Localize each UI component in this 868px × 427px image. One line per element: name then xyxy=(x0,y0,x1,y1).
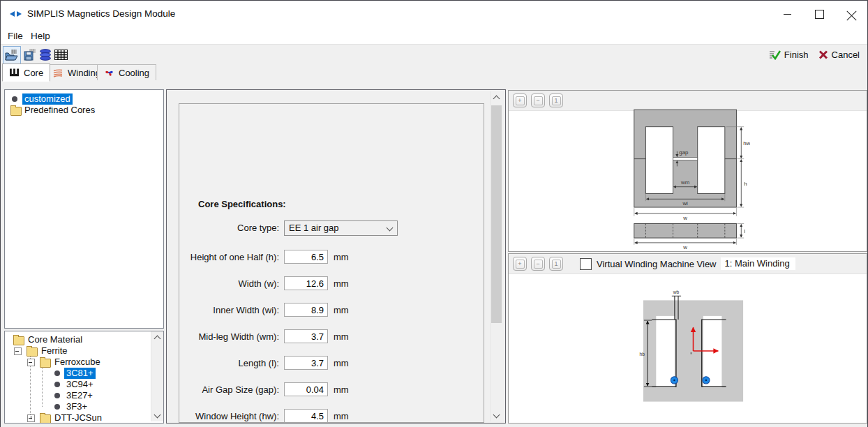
cancel-button[interactable]: Cancel xyxy=(815,46,863,63)
save-icon xyxy=(24,49,37,61)
app-icon xyxy=(10,10,24,18)
dim-label-wb: wb xyxy=(673,290,680,294)
cooling-fan-icon xyxy=(104,68,114,77)
zoom-in-button[interactable]: + xyxy=(513,93,527,107)
scroll-down-arrow[interactable] xyxy=(151,410,163,421)
minimize-icon xyxy=(784,14,791,15)
tree-item-dtt-jcsun[interactable]: DTT-JCSun xyxy=(54,412,102,424)
tree-item-material-0[interactable]: 3C81+ xyxy=(64,368,96,379)
zoom-in-button[interactable]: + xyxy=(513,257,527,271)
finish-button[interactable]: Finish xyxy=(765,46,812,63)
open-folder-icon xyxy=(5,50,19,61)
collapse-icon[interactable] xyxy=(14,347,22,355)
scrollbar-thumb[interactable] xyxy=(491,105,502,323)
field-unit-h: mm xyxy=(334,250,349,264)
bullet-icon xyxy=(12,96,17,102)
dim-label-w-side: w xyxy=(682,244,687,250)
core-type-select[interactable]: EE 1 air gap xyxy=(284,220,398,236)
scroll-up-arrow[interactable] xyxy=(151,331,163,343)
field-input-hw[interactable] xyxy=(284,409,328,423)
menu-help[interactable]: Help xyxy=(28,29,53,43)
table-grid-icon xyxy=(54,50,68,60)
field-unit-wi: mm xyxy=(334,303,349,317)
chevron-down-icon xyxy=(387,225,394,232)
tree-item-material-3[interactable]: 3F3+ xyxy=(66,401,87,412)
winding-view-panel: + − 1 Virtual Winding Machine View 1: Ma… xyxy=(508,253,867,424)
minimize-button[interactable] xyxy=(771,1,803,27)
winding-icon xyxy=(52,68,63,77)
tree-item-material-2[interactable]: 3E27+ xyxy=(66,390,93,401)
core-table-button[interactable] xyxy=(52,46,69,63)
maximize-button[interactable] xyxy=(803,1,835,27)
app-window: SIMPLIS Magnetics Design Module File Hel… xyxy=(0,0,868,427)
tree-item-ferroxcube[interactable]: Ferroxcube xyxy=(54,357,100,368)
form-scrollbar[interactable] xyxy=(490,91,502,421)
tab-bar: Core Winding Cooling xyxy=(1,63,867,81)
field-input-w[interactable] xyxy=(284,276,328,290)
folder-icon xyxy=(10,107,22,116)
tree-item-customized[interactable]: customized xyxy=(22,93,73,105)
field-label-wm: Mid-leg Width (wm): xyxy=(167,329,279,344)
collapse-icon[interactable] xyxy=(27,359,35,366)
form-title: Core Specifications: xyxy=(198,199,286,209)
one-icon: 1 xyxy=(552,96,561,105)
vwm-view-checkbox[interactable] xyxy=(580,258,592,270)
bullet-icon xyxy=(54,404,60,410)
tree-item-core-material[interactable]: Core Material xyxy=(28,334,82,345)
zoom-out-button[interactable]: − xyxy=(531,257,545,271)
save-design-button[interactable] xyxy=(22,46,38,63)
tab-cooling[interactable]: Cooling xyxy=(97,64,156,81)
field-unit-l: mm xyxy=(334,356,349,370)
field-input-h[interactable] xyxy=(284,250,328,264)
field-label-gap: Air Gap Size (gap): xyxy=(167,382,279,397)
one-icon: 1 xyxy=(552,260,561,269)
scroll-up-arrow[interactable] xyxy=(491,91,502,103)
menu-bar: File Help xyxy=(1,27,867,44)
close-icon xyxy=(846,9,856,19)
plus-icon: + xyxy=(516,260,525,269)
minus-icon: − xyxy=(534,96,543,105)
close-button[interactable] xyxy=(835,1,867,27)
scroll-down-arrow[interactable] xyxy=(491,410,502,421)
field-label-wi: Inner Width (wi): xyxy=(167,303,279,317)
open-design-button[interactable] xyxy=(3,46,21,64)
dim-label-h: h xyxy=(744,181,747,187)
tab-core-label: Core xyxy=(24,68,43,78)
field-input-wm[interactable] xyxy=(284,329,328,343)
core-type-label: Core type: xyxy=(167,220,279,235)
zoom-reset-button[interactable]: 1 xyxy=(549,93,563,107)
plus-icon: + xyxy=(516,96,525,105)
folder-icon xyxy=(40,414,51,424)
material-tree-scrollbar[interactable] xyxy=(151,331,163,421)
field-label-l: Length (l): xyxy=(167,356,279,370)
field-input-wi[interactable] xyxy=(284,303,328,317)
tree-item-predefined-cores[interactable]: Predefined Cores xyxy=(24,105,95,116)
field-input-gap[interactable] xyxy=(284,382,328,396)
main-toolbar: Finish Cancel xyxy=(1,44,867,64)
winding-selection[interactable]: 1: Main Winding xyxy=(721,257,795,270)
core-tree-panel: customized Predefined Cores xyxy=(4,89,164,329)
field-label-hw: Window Height (hw): xyxy=(167,409,279,424)
bullet-icon xyxy=(54,393,60,398)
zoom-out-button[interactable]: − xyxy=(531,93,545,107)
database-icon xyxy=(39,49,52,61)
tree-item-ferrite[interactable]: Ferrite xyxy=(41,345,68,357)
field-label-h: Height of one Half (h): xyxy=(167,250,279,264)
maximize-icon xyxy=(815,10,824,19)
folder-icon xyxy=(27,347,38,357)
main-content: customized Predefined Cores Core Materia… xyxy=(1,80,867,427)
menu-file[interactable]: File xyxy=(5,29,26,43)
zoom-reset-button[interactable]: 1 xyxy=(549,257,563,271)
window-controls xyxy=(771,1,867,27)
tab-cooling-label: Cooling xyxy=(119,68,149,78)
dim-label-w-front: w xyxy=(682,215,687,221)
expand-icon[interactable] xyxy=(27,414,35,422)
finish-label: Finish xyxy=(784,50,809,60)
winding-view-toolbar: + − 1 Virtual Winding Machine View 1: Ma… xyxy=(509,254,867,274)
bullet-icon xyxy=(54,370,60,376)
tree-item-material-1[interactable]: 3C94+ xyxy=(66,379,93,390)
field-input-l[interactable] xyxy=(284,356,328,370)
finish-check-icon xyxy=(769,50,781,60)
material-database-button[interactable] xyxy=(37,46,54,63)
tab-core[interactable]: Core xyxy=(2,63,50,82)
